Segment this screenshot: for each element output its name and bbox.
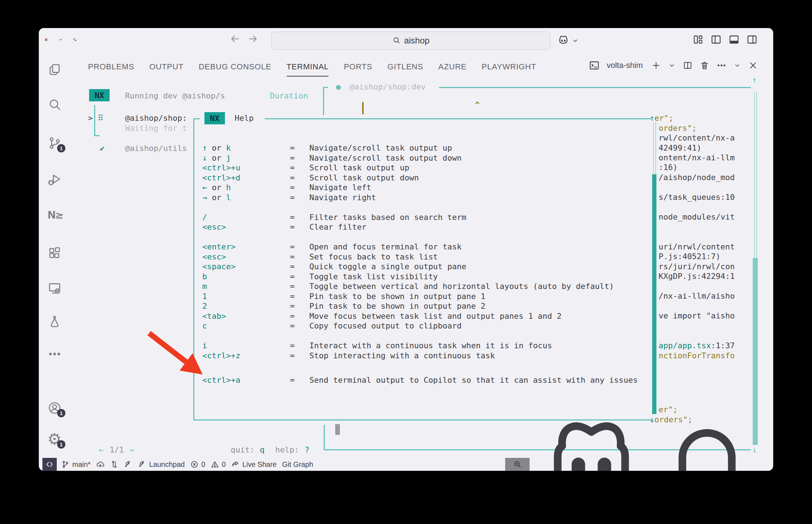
rocket-icon: [138, 460, 147, 469]
task-prompt: >: [88, 113, 93, 123]
page-indicator: 1/1: [110, 445, 124, 455]
help-row: <ctrl>+u=Scroll task output up: [202, 163, 240, 173]
help-description: Filter tasks based on search term: [309, 212, 466, 222]
help-key: <space>: [202, 262, 236, 271]
quit-hint-label: quit:: [231, 445, 254, 455]
terminal-output-line: rwl/content/nx-a: [659, 133, 735, 143]
help-key: <ctrl>+d: [202, 173, 240, 182]
terminal-output-line: rs/juri/nrwl/con: [659, 262, 735, 271]
status-item-rocket-icon[interactable]: [124, 460, 133, 469]
help-nx-badge: NX: [204, 112, 225, 124]
help-description: Scroll task output down: [309, 173, 419, 183]
status-item-git-graph[interactable]: Git Graph: [282, 460, 313, 469]
bell-icon: [653, 410, 761, 471]
help-key: 1: [202, 292, 207, 301]
task-status-dot: ●: [336, 82, 341, 92]
terminal-panel: NX Running dev @aishop/s Duration > ⠿ @a…: [39, 28, 773, 471]
status-item-0[interactable]: 0: [190, 460, 205, 469]
task-item-utils[interactable]: @aishop/utils: [125, 143, 187, 153]
help-description: Quick toggle a single output pane: [309, 262, 466, 271]
help-row: b=Toggle task list visibility: [202, 272, 207, 281]
status-item-0[interactable]: 0: [211, 460, 226, 469]
output-pane-title: @aishop/shop:dev: [350, 82, 426, 92]
task-check-icon: ✔: [100, 143, 105, 153]
help-key: → or l: [202, 193, 231, 202]
help-row: <space>=Quick toggle a single output pan…: [202, 262, 236, 271]
copilot-icon: [538, 410, 645, 471]
help-row: /=Filter tasks based on search term: [202, 212, 207, 222]
zoom-out-icon: [513, 460, 522, 469]
help-title: Help: [235, 113, 254, 123]
help-key: <esc>: [202, 222, 226, 231]
errors-icon: [190, 460, 199, 469]
status-item-bell[interactable]: [653, 410, 761, 471]
help-description: Stop interacting with a continuous task: [309, 351, 495, 360]
terminal-output-line: uri/nrwl/content: [659, 242, 735, 252]
nx-badge: NX: [89, 89, 110, 101]
status-label: Launchpad: [149, 460, 185, 469]
help-description: Move focus between task list and output …: [309, 311, 562, 321]
status-item-cloud-upload-icon[interactable]: [96, 460, 105, 469]
warnings-icon: [211, 460, 219, 469]
status-bar: main*Launchpad00Live ShareGit Graph: [39, 458, 773, 471]
status-label: 0: [222, 460, 226, 469]
status-item-zoom-out[interactable]: [505, 458, 530, 471]
status-item-live-share[interactable]: Live Share: [231, 460, 277, 469]
help-row: → or l=Navigate right: [202, 193, 231, 202]
rocket-icon: [124, 460, 133, 469]
terminal-output-line: node_modules/vit: [659, 212, 735, 222]
help-row: <tab>=Move focus between task list and o…: [202, 311, 226, 321]
status-label: Live Share: [242, 460, 277, 469]
status-item-launchpad[interactable]: Launchpad: [138, 460, 185, 469]
status-item-copilot[interactable]: [538, 410, 645, 471]
terminal-output-line: s/task_queues:10: [659, 192, 735, 202]
help-description: Navigate left: [309, 183, 371, 192]
help-scrollbar-thumb[interactable]: [652, 174, 656, 414]
help-description: Interact with a continuous task when it …: [309, 341, 552, 350]
help-key: ← or h: [202, 183, 231, 192]
help-hint-label: help:: [275, 445, 299, 455]
remote-indicator[interactable]: [42, 458, 57, 471]
help-description: Send terminal output to Copilot so that …: [309, 375, 638, 385]
live-share-icon: [231, 460, 240, 469]
status-item-main-[interactable]: main*: [61, 460, 91, 469]
cloud-upload-icon: [96, 460, 105, 469]
status-item-commits-icon[interactable]: [110, 460, 119, 469]
block-cursor: [335, 424, 340, 435]
help-key: b: [202, 272, 207, 281]
help-description: Open and focus terminal for task: [309, 242, 462, 252]
help-description: Toggle task list visibility: [309, 272, 438, 281]
page-prev-arrow[interactable]: ←: [99, 445, 103, 455]
help-hint-key: ?: [305, 445, 309, 455]
help-key: <tab>: [202, 312, 226, 321]
help-row: 1=Pin task to be shown in output pane 1: [202, 291, 207, 301]
help-description: Copy focused output to clipboard: [309, 321, 462, 331]
help-description: Toggle between vertical and horizontal l…: [309, 281, 614, 291]
terminal-output-line: P.js:40521:7): [659, 252, 720, 261]
status-label: main*: [72, 460, 91, 469]
task-item-shop[interactable]: @aishop/shop:: [125, 113, 187, 123]
help-description: Navigate right: [309, 193, 376, 202]
terminal-output-line: /aishop/node_mod: [659, 173, 735, 182]
quit-hint-key: q: [260, 445, 264, 455]
terminal-output-line: /nx-ai-llm/aisho: [659, 291, 735, 301]
help-description: Navigate/scroll task output up: [309, 143, 452, 153]
terminal-output-line: app/app.tsx:1:37: [659, 341, 735, 350]
terminal-output-line: :16): [659, 162, 678, 172]
terminal-output-line: ↑er";: [650, 113, 673, 123]
commits-icon: [110, 460, 119, 469]
scroll-up-icon[interactable]: ↑: [752, 75, 757, 85]
terminal-output-line: ontent/nx-ai-llm: [659, 153, 735, 162]
help-key: m: [202, 282, 207, 291]
task-item-shop-status: Waiting for t: [125, 123, 187, 133]
nx-running-title: Running dev @aishop/s: [125, 91, 225, 101]
status-label: 0: [201, 460, 205, 469]
duration-column-label: Duration: [270, 91, 308, 101]
terminal-cursor: [362, 102, 364, 114]
page-next-arrow[interactable]: →: [129, 445, 134, 455]
help-description: Clear filter: [309, 222, 366, 232]
help-key: <esc>: [202, 252, 226, 261]
help-key: /: [202, 213, 207, 222]
help-row: <esc>=Clear filter: [202, 222, 226, 232]
task-spinner: ⠿: [98, 113, 103, 123]
